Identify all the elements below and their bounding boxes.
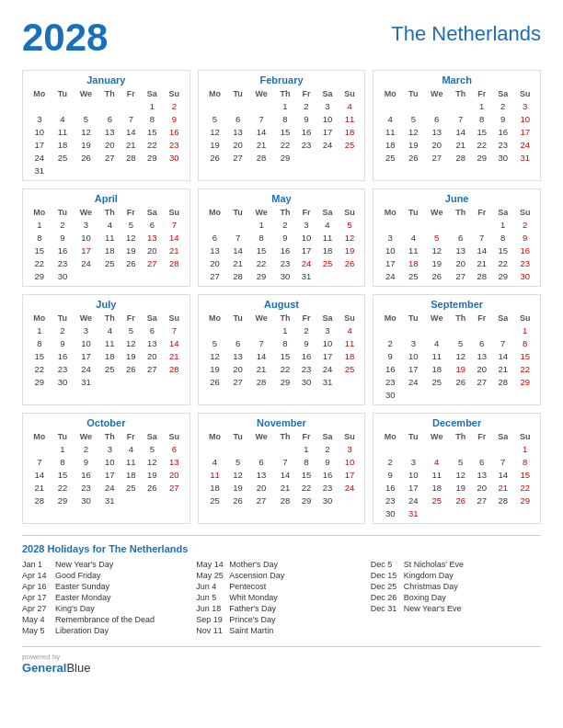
- calendar-day: [471, 324, 492, 336]
- calendar-day: 12: [424, 244, 450, 256]
- weekday-header: We: [424, 207, 450, 218]
- calendar-day: [450, 218, 471, 231]
- calendar-day: 5: [202, 112, 228, 125]
- calendar-day: 5: [73, 112, 98, 125]
- month-september: SeptemberMoTuWeThFrSaSu12345678910111213…: [373, 294, 541, 405]
- weekday-header: Sa: [142, 431, 163, 442]
- weekday-header: Th: [99, 313, 121, 324]
- calendar-day: 13: [248, 468, 274, 481]
- calendar-day: 27: [450, 269, 471, 282]
- weekday-header: Su: [339, 207, 362, 218]
- calendar-day: 25: [339, 138, 362, 151]
- calendar-day: [163, 269, 186, 282]
- calendar-day: [99, 99, 121, 112]
- calendar-day: [492, 388, 513, 401]
- calendar-day: 28: [248, 375, 274, 388]
- calendar-day: 8: [296, 455, 317, 468]
- calendar-day: 3: [73, 324, 98, 336]
- calendar-day: 6: [227, 336, 248, 349]
- calendar-day: [121, 164, 142, 176]
- calendar-day: 27: [471, 494, 492, 506]
- holiday-date: Jun 4: [196, 582, 225, 591]
- calendar-day: 5: [403, 112, 424, 125]
- calendar-day: [403, 99, 424, 112]
- calendar-day: 29: [142, 151, 163, 164]
- calendar-day: 5: [227, 455, 248, 468]
- calendar-day: 11: [339, 112, 362, 125]
- calendar-day: [227, 218, 248, 231]
- holiday-name: Pentecost: [229, 582, 266, 591]
- holiday-date: Apr 16: [22, 582, 52, 591]
- calendar-day: 13: [142, 336, 163, 349]
- holiday-name: Boxing Day: [404, 593, 446, 602]
- calendar-day: [377, 442, 403, 455]
- weekday-header: Mo: [202, 207, 228, 218]
- calendar-day: [27, 442, 52, 455]
- calendar-day: 16: [274, 244, 295, 256]
- weekday-header: Fr: [296, 431, 317, 442]
- calendar-day: 14: [163, 231, 186, 244]
- holiday-date: Dec 15: [371, 571, 400, 580]
- holiday-item: Jun 18Father's Day: [196, 604, 366, 613]
- weekday-header: Mo: [377, 431, 403, 442]
- calendar-day: 4: [52, 112, 74, 125]
- calendar-day: 10: [27, 125, 52, 138]
- calendar-day: 1: [274, 324, 295, 336]
- weekday-header: Mo: [27, 313, 52, 324]
- holiday-name: Liberation Day: [55, 626, 109, 635]
- calendar-day: [202, 442, 228, 455]
- holidays-col3: Dec 5St Nicholas' EveDec 15Kingdom DayDe…: [371, 560, 541, 637]
- weekday-header: Th: [99, 431, 121, 442]
- calendar-day: 16: [492, 125, 513, 138]
- calendar-day: 31: [99, 494, 121, 506]
- calendar-day: 7: [27, 455, 52, 468]
- calendar-day: 19: [142, 468, 163, 481]
- weekday-header: Sa: [142, 207, 163, 218]
- calendar-day: 10: [403, 349, 424, 362]
- calendar-day: 4: [339, 99, 362, 112]
- calendar-day: 28: [492, 494, 513, 506]
- calendar-day: 25: [424, 494, 450, 506]
- calendar-day: [99, 375, 121, 388]
- calendar-day: 25: [316, 256, 338, 269]
- calendar-day: 28: [227, 269, 248, 282]
- calendar-day: 9: [73, 455, 98, 468]
- calendar-day: 30: [52, 375, 74, 388]
- calendar-day: 16: [52, 244, 74, 256]
- holiday-date: Dec 26: [371, 593, 400, 602]
- calendar-day: 12: [121, 231, 142, 244]
- month-april: AprilMoTuWeThFrSaSu123456789101112131415…: [22, 188, 190, 287]
- calendar-day: 28: [492, 375, 513, 388]
- calendar-day: 28: [163, 362, 186, 375]
- calendar-day: 27: [202, 269, 228, 282]
- holiday-item: Dec 5St Nicholas' Eve: [371, 560, 541, 569]
- calendar-day: 20: [471, 362, 492, 375]
- weekday-header: Fr: [471, 207, 492, 218]
- weekday-header: Fr: [121, 88, 142, 99]
- calendar-day: 10: [99, 455, 121, 468]
- calendar-day: 24: [316, 362, 338, 375]
- calendar-day: 17: [99, 468, 121, 481]
- calendar-day: 1: [513, 442, 536, 455]
- weekday-header: We: [248, 313, 274, 324]
- holiday-name: Remembrance of the Dead: [55, 615, 155, 624]
- calendar-day: 29: [52, 494, 74, 506]
- calendar-day: 11: [377, 125, 403, 138]
- calendar-day: 12: [202, 125, 228, 138]
- calendar-day: 26: [227, 494, 248, 506]
- weekday-header: Th: [450, 88, 471, 99]
- calendar-day: 18: [99, 349, 121, 362]
- calendar-day: 30: [513, 269, 536, 282]
- calendar-day: 14: [274, 468, 295, 481]
- calendar-day: 26: [121, 362, 142, 375]
- weekday-header: Fr: [121, 431, 142, 442]
- calendar-day: 11: [121, 455, 142, 468]
- calendar-day: 3: [339, 442, 362, 455]
- calendar-day: [121, 99, 142, 112]
- calendar-day: 27: [471, 375, 492, 388]
- weekday-header: Sa: [316, 207, 338, 218]
- calendar-day: 26: [202, 151, 228, 164]
- month-title: May: [202, 193, 362, 204]
- calendar-day: 15: [142, 125, 163, 138]
- month-may: MayMoTuWeThFrSaSu12345678910111213141516…: [198, 188, 366, 287]
